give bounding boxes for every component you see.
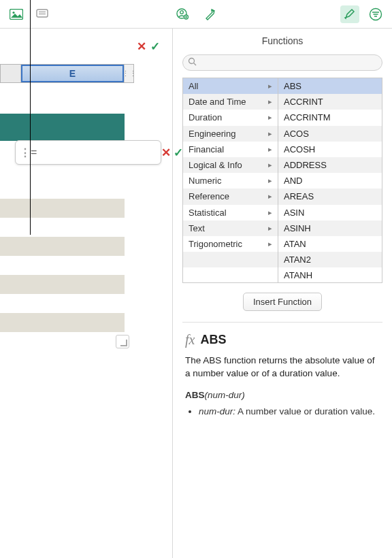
- category-item[interactable]: Engineering▸: [183, 126, 278, 142]
- category-item[interactable]: Statistical▸: [183, 205, 278, 220]
- function-item[interactable]: ATAN2: [278, 252, 382, 267]
- help-description: The ABS function returns the absolute va…: [185, 355, 380, 380]
- category-item-empty: [183, 252, 278, 267]
- category-item[interactable]: Reference▸: [183, 188, 278, 204]
- param-item: num-dur: A number value or duration valu…: [199, 406, 380, 419]
- function-item[interactable]: ACCRINTM: [278, 110, 382, 125]
- search-icon: [188, 57, 197, 68]
- category-item[interactable]: Numeric▸: [183, 173, 278, 188]
- param-desc: A number value or duration value.: [235, 406, 375, 416]
- param-name: num-dur:: [199, 406, 235, 416]
- category-item[interactable]: Text▸: [183, 220, 278, 236]
- svg-point-1: [12, 11, 14, 13]
- sig-params: (num-dur): [205, 390, 245, 400]
- filter-icon[interactable]: [366, 5, 385, 23]
- category-item[interactable]: Date and Time▸: [183, 94, 278, 110]
- formula-input[interactable]: [39, 147, 159, 158]
- formula-accept-icon[interactable]: ✓: [174, 146, 183, 160]
- table-body: [0, 180, 125, 332]
- category-label: Date and Time: [189, 97, 246, 107]
- chevron-right-icon: ▸: [268, 97, 272, 106]
- function-list: ABSACCRINTACCRINTMACOSACOSHADDRESSANDARE…: [278, 78, 382, 282]
- format-brush-icon[interactable]: [340, 5, 359, 23]
- chevron-right-icon: ▸: [268, 113, 272, 122]
- category-label: Trigonometric: [189, 239, 242, 249]
- cell-edit-controls: ✕ ✓: [137, 39, 160, 54]
- svg-rect-0: [10, 9, 23, 19]
- function-item[interactable]: ATAN: [278, 236, 382, 252]
- chevron-right-icon: ▸: [268, 224, 272, 233]
- chevron-right-icon: ▸: [268, 145, 272, 154]
- formula-cancel-icon[interactable]: ✕: [161, 146, 171, 160]
- divider: [182, 322, 382, 323]
- media-icon[interactable]: [7, 5, 26, 23]
- function-item[interactable]: ATANH: [278, 267, 382, 282]
- svg-point-6: [180, 10, 184, 14]
- table-row[interactable]: [0, 199, 125, 218]
- function-item[interactable]: ACOSH: [278, 142, 382, 157]
- category-label: Numeric: [189, 176, 221, 186]
- function-item[interactable]: AND: [278, 173, 382, 188]
- column-header-e[interactable]: E: [21, 65, 124, 82]
- chevron-right-icon: ▸: [268, 192, 272, 201]
- table-row[interactable]: [0, 180, 125, 199]
- svg-rect-2: [37, 10, 48, 17]
- chevron-right-icon: ▸: [268, 129, 272, 138]
- function-item[interactable]: ASINH: [278, 220, 382, 236]
- category-item[interactable]: Financial▸: [183, 142, 278, 157]
- category-item[interactable]: Logical & Info▸: [183, 157, 278, 173]
- table-row[interactable]: [0, 313, 125, 332]
- category-item[interactable]: All▸: [183, 78, 278, 94]
- spreadsheet-pane: ✕ ✓ E ⋮⋮ ⋮ = ✕ ✓: [0, 29, 172, 558]
- table-row[interactable]: [0, 275, 125, 294]
- table-row[interactable]: [0, 256, 125, 275]
- svg-point-14: [189, 59, 195, 64]
- category-label: Text: [189, 223, 205, 233]
- fx-icon: fx: [185, 332, 195, 348]
- panel-title: Functions: [173, 29, 392, 54]
- svg-line-15: [194, 63, 197, 66]
- insert-function-button[interactable]: Insert Function: [243, 293, 322, 311]
- category-label: Statistical: [189, 208, 227, 218]
- functions-panel: Functions All▸Date and Time▸Duration▸Eng…: [172, 29, 392, 558]
- function-item[interactable]: ACOS: [278, 126, 382, 142]
- category-label: Duration: [189, 112, 222, 122]
- function-help: fx ABS The ABS function returns the abso…: [173, 332, 392, 425]
- table-resize-handle-icon[interactable]: [116, 335, 129, 348]
- category-label: Reference: [189, 191, 229, 201]
- column-handle-icon[interactable]: ⋮⋮: [124, 65, 133, 82]
- function-item[interactable]: ADDRESS: [278, 157, 382, 173]
- main-split: ✕ ✓ E ⋮⋮ ⋮ = ✕ ✓: [0, 29, 392, 558]
- category-label: Logical & Info: [189, 160, 242, 170]
- formula-drag-handle-icon[interactable]: ⋮: [20, 146, 28, 159]
- function-browser: All▸Date and Time▸Duration▸Engineering▸F…: [182, 78, 382, 283]
- table-row[interactable]: [0, 237, 125, 256]
- accept-cell-icon[interactable]: ✓: [150, 39, 160, 54]
- function-item[interactable]: AREAS: [278, 188, 382, 204]
- collaborate-icon[interactable]: [173, 5, 192, 23]
- function-item[interactable]: ABS: [278, 78, 382, 94]
- chevron-right-icon: ▸: [268, 208, 272, 217]
- comment-icon[interactable]: [33, 5, 52, 23]
- wrench-icon[interactable]: [200, 5, 219, 23]
- category-list: All▸Date and Time▸Duration▸Engineering▸F…: [183, 78, 278, 282]
- category-label: Engineering: [189, 129, 235, 139]
- sig-name: ABS: [185, 390, 205, 400]
- search-input[interactable]: [182, 54, 382, 71]
- formula-editor: ⋮ = ✕ ✓: [15, 140, 161, 165]
- toolbar: [0, 0, 392, 29]
- column-header-d[interactable]: [1, 65, 21, 82]
- chevron-right-icon: ▸: [268, 176, 272, 185]
- function-item[interactable]: ASIN: [278, 205, 382, 220]
- chevron-right-icon: ▸: [268, 240, 272, 248]
- chevron-right-icon: ▸: [268, 161, 272, 169]
- table-row[interactable]: [0, 294, 125, 313]
- cancel-cell-icon[interactable]: ✕: [137, 39, 146, 54]
- category-item[interactable]: Duration▸: [183, 110, 278, 125]
- column-header-row: E ⋮⋮: [0, 64, 134, 83]
- table-row[interactable]: [0, 218, 125, 237]
- category-item[interactable]: Trigonometric▸: [183, 236, 278, 252]
- callout-line: [30, 0, 31, 235]
- function-item[interactable]: ACCRINT: [278, 94, 382, 110]
- category-item-empty: [183, 267, 278, 282]
